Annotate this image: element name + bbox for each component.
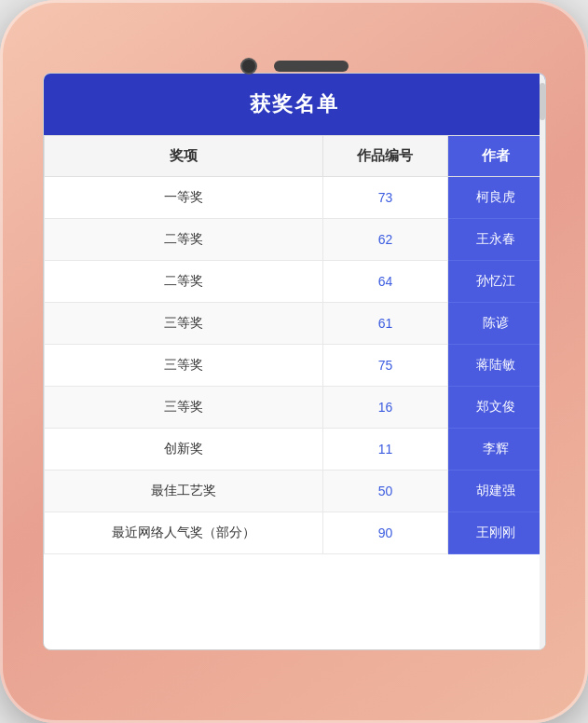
author-cell: 郑文俊 bbox=[448, 387, 544, 429]
author-cell: 孙忆江 bbox=[448, 261, 544, 303]
id-cell: 62 bbox=[322, 219, 448, 261]
phone-screen: 获奖名单 奖项 作品编号 作者 一等奖73柯良虎二等奖62王永春二等奖64孙忆江… bbox=[43, 73, 546, 650]
author-cell: 王刚刚 bbox=[448, 512, 544, 554]
table-row: 创新奖11李辉 bbox=[44, 429, 544, 471]
table-row: 二等奖64孙忆江 bbox=[44, 261, 544, 303]
table-row: 二等奖62王永春 bbox=[44, 219, 544, 261]
col-header-award: 奖项 bbox=[44, 136, 322, 177]
award-cell: 三等奖 bbox=[44, 387, 322, 429]
id-cell: 16 bbox=[322, 387, 448, 429]
id-cell: 64 bbox=[322, 261, 448, 303]
award-cell: 三等奖 bbox=[44, 303, 322, 345]
award-cell: 最佳工艺奖 bbox=[44, 471, 322, 512]
author-cell: 胡建强 bbox=[448, 471, 544, 512]
phone-frame: 获奖名单 奖项 作品编号 作者 一等奖73柯良虎二等奖62王永春二等奖64孙忆江… bbox=[0, 0, 588, 723]
scrollbar-thumb[interactable] bbox=[540, 83, 545, 120]
col-header-id: 作品编号 bbox=[322, 136, 448, 177]
table-row: 三等奖75蒋陆敏 bbox=[44, 345, 544, 387]
id-cell: 11 bbox=[322, 429, 448, 471]
col-header-author: 作者 bbox=[448, 136, 544, 177]
table-header-row: 奖项 作品编号 作者 bbox=[44, 136, 544, 177]
scrollbar-track[interactable] bbox=[540, 74, 545, 649]
id-cell: 90 bbox=[322, 512, 448, 554]
author-cell: 李辉 bbox=[448, 429, 544, 471]
phone-camera bbox=[240, 58, 257, 75]
table-title: 获奖名单 bbox=[44, 74, 545, 135]
awards-table: 奖项 作品编号 作者 一等奖73柯良虎二等奖62王永春二等奖64孙忆江三等奖61… bbox=[44, 135, 545, 554]
author-cell: 陈谚 bbox=[448, 303, 544, 345]
phone-speaker bbox=[274, 61, 349, 72]
award-cell: 二等奖 bbox=[44, 261, 322, 303]
table-row: 最佳工艺奖50胡建强 bbox=[44, 471, 544, 512]
award-cell: 最近网络人气奖（部分） bbox=[44, 512, 322, 554]
table-row: 一等奖73柯良虎 bbox=[44, 177, 544, 219]
id-cell: 73 bbox=[322, 177, 448, 219]
id-cell: 75 bbox=[322, 345, 448, 387]
award-cell: 三等奖 bbox=[44, 345, 322, 387]
award-cell: 二等奖 bbox=[44, 219, 322, 261]
award-cell: 创新奖 bbox=[44, 429, 322, 471]
id-cell: 61 bbox=[322, 303, 448, 345]
content-area: 获奖名单 奖项 作品编号 作者 一等奖73柯良虎二等奖62王永春二等奖64孙忆江… bbox=[44, 74, 545, 649]
table-row: 三等奖16郑文俊 bbox=[44, 387, 544, 429]
author-cell: 蒋陆敏 bbox=[448, 345, 544, 387]
table-row: 最近网络人气奖（部分）90王刚刚 bbox=[44, 512, 544, 554]
author-cell: 王永春 bbox=[448, 219, 544, 261]
author-cell: 柯良虎 bbox=[448, 177, 544, 219]
id-cell: 50 bbox=[322, 471, 448, 512]
table-row: 三等奖61陈谚 bbox=[44, 303, 544, 345]
award-cell: 一等奖 bbox=[44, 177, 322, 219]
